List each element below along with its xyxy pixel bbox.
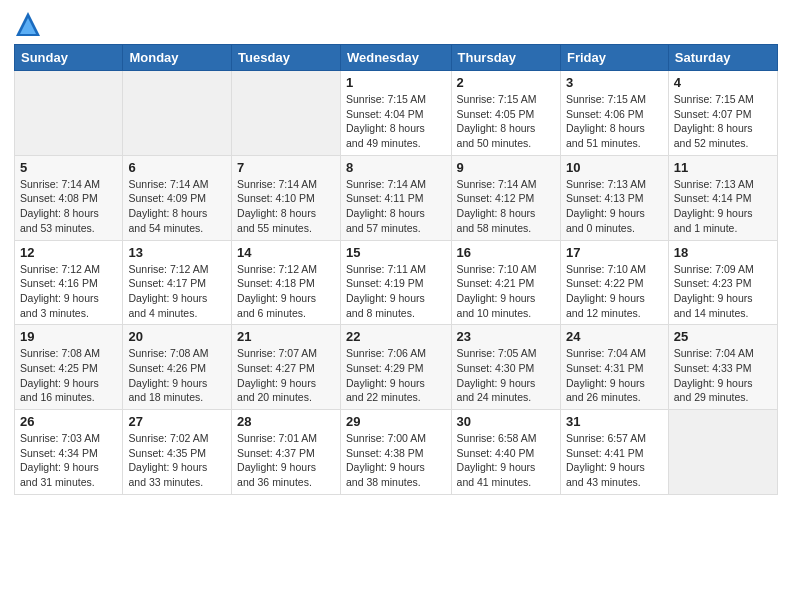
day-info: Sunrise: 7:08 AM Sunset: 4:26 PM Dayligh… <box>128 346 226 405</box>
day-info: Sunrise: 7:05 AM Sunset: 4:30 PM Dayligh… <box>457 346 555 405</box>
calendar-cell: 16Sunrise: 7:10 AM Sunset: 4:21 PM Dayli… <box>451 240 560 325</box>
calendar-cell: 5Sunrise: 7:14 AM Sunset: 4:08 PM Daylig… <box>15 155 123 240</box>
day-info: Sunrise: 7:10 AM Sunset: 4:22 PM Dayligh… <box>566 262 663 321</box>
day-info: Sunrise: 7:14 AM Sunset: 4:10 PM Dayligh… <box>237 177 335 236</box>
calendar-cell: 18Sunrise: 7:09 AM Sunset: 4:23 PM Dayli… <box>668 240 777 325</box>
day-number: 9 <box>457 160 555 175</box>
week-row-4: 19Sunrise: 7:08 AM Sunset: 4:25 PM Dayli… <box>15 325 778 410</box>
calendar-cell: 27Sunrise: 7:02 AM Sunset: 4:35 PM Dayli… <box>123 410 232 495</box>
calendar-cell: 9Sunrise: 7:14 AM Sunset: 4:12 PM Daylig… <box>451 155 560 240</box>
calendar-table: SundayMondayTuesdayWednesdayThursdayFrid… <box>14 44 778 495</box>
calendar-cell: 13Sunrise: 7:12 AM Sunset: 4:17 PM Dayli… <box>123 240 232 325</box>
page-container: SundayMondayTuesdayWednesdayThursdayFrid… <box>0 0 792 505</box>
calendar-cell <box>232 71 341 156</box>
calendar-cell: 29Sunrise: 7:00 AM Sunset: 4:38 PM Dayli… <box>340 410 451 495</box>
day-info: Sunrise: 7:14 AM Sunset: 4:11 PM Dayligh… <box>346 177 446 236</box>
calendar-cell: 26Sunrise: 7:03 AM Sunset: 4:34 PM Dayli… <box>15 410 123 495</box>
calendar-cell: 7Sunrise: 7:14 AM Sunset: 4:10 PM Daylig… <box>232 155 341 240</box>
calendar-cell: 12Sunrise: 7:12 AM Sunset: 4:16 PM Dayli… <box>15 240 123 325</box>
weekday-header-monday: Monday <box>123 45 232 71</box>
day-number: 10 <box>566 160 663 175</box>
day-info: Sunrise: 7:15 AM Sunset: 4:05 PM Dayligh… <box>457 92 555 151</box>
calendar-cell: 11Sunrise: 7:13 AM Sunset: 4:14 PM Dayli… <box>668 155 777 240</box>
day-info: Sunrise: 7:09 AM Sunset: 4:23 PM Dayligh… <box>674 262 772 321</box>
weekday-header-thursday: Thursday <box>451 45 560 71</box>
day-info: Sunrise: 7:14 AM Sunset: 4:08 PM Dayligh… <box>20 177 117 236</box>
day-number: 26 <box>20 414 117 429</box>
calendar-cell: 30Sunrise: 6:58 AM Sunset: 4:40 PM Dayli… <box>451 410 560 495</box>
calendar-cell: 19Sunrise: 7:08 AM Sunset: 4:25 PM Dayli… <box>15 325 123 410</box>
page-header <box>14 10 778 38</box>
day-number: 24 <box>566 329 663 344</box>
day-number: 31 <box>566 414 663 429</box>
calendar-cell <box>668 410 777 495</box>
day-number: 30 <box>457 414 555 429</box>
day-number: 18 <box>674 245 772 260</box>
day-info: Sunrise: 7:06 AM Sunset: 4:29 PM Dayligh… <box>346 346 446 405</box>
day-number: 17 <box>566 245 663 260</box>
calendar-cell: 2Sunrise: 7:15 AM Sunset: 4:05 PM Daylig… <box>451 71 560 156</box>
calendar-cell: 24Sunrise: 7:04 AM Sunset: 4:31 PM Dayli… <box>560 325 668 410</box>
day-info: Sunrise: 6:57 AM Sunset: 4:41 PM Dayligh… <box>566 431 663 490</box>
day-info: Sunrise: 7:08 AM Sunset: 4:25 PM Dayligh… <box>20 346 117 405</box>
week-row-2: 5Sunrise: 7:14 AM Sunset: 4:08 PM Daylig… <box>15 155 778 240</box>
logo <box>14 10 46 38</box>
day-number: 11 <box>674 160 772 175</box>
calendar-cell: 23Sunrise: 7:05 AM Sunset: 4:30 PM Dayli… <box>451 325 560 410</box>
calendar-cell: 6Sunrise: 7:14 AM Sunset: 4:09 PM Daylig… <box>123 155 232 240</box>
day-info: Sunrise: 7:12 AM Sunset: 4:17 PM Dayligh… <box>128 262 226 321</box>
calendar-cell: 25Sunrise: 7:04 AM Sunset: 4:33 PM Dayli… <box>668 325 777 410</box>
day-info: Sunrise: 7:10 AM Sunset: 4:21 PM Dayligh… <box>457 262 555 321</box>
calendar-cell: 17Sunrise: 7:10 AM Sunset: 4:22 PM Dayli… <box>560 240 668 325</box>
day-number: 13 <box>128 245 226 260</box>
day-number: 21 <box>237 329 335 344</box>
day-info: Sunrise: 7:03 AM Sunset: 4:34 PM Dayligh… <box>20 431 117 490</box>
day-number: 6 <box>128 160 226 175</box>
day-info: Sunrise: 7:13 AM Sunset: 4:13 PM Dayligh… <box>566 177 663 236</box>
day-number: 19 <box>20 329 117 344</box>
day-number: 22 <box>346 329 446 344</box>
day-number: 23 <box>457 329 555 344</box>
day-info: Sunrise: 7:11 AM Sunset: 4:19 PM Dayligh… <box>346 262 446 321</box>
calendar-cell <box>123 71 232 156</box>
day-info: Sunrise: 7:15 AM Sunset: 4:04 PM Dayligh… <box>346 92 446 151</box>
day-info: Sunrise: 7:14 AM Sunset: 4:12 PM Dayligh… <box>457 177 555 236</box>
weekday-header-wednesday: Wednesday <box>340 45 451 71</box>
day-info: Sunrise: 6:58 AM Sunset: 4:40 PM Dayligh… <box>457 431 555 490</box>
day-number: 5 <box>20 160 117 175</box>
weekday-header-sunday: Sunday <box>15 45 123 71</box>
weekday-header-friday: Friday <box>560 45 668 71</box>
day-info: Sunrise: 7:00 AM Sunset: 4:38 PM Dayligh… <box>346 431 446 490</box>
day-info: Sunrise: 7:15 AM Sunset: 4:07 PM Dayligh… <box>674 92 772 151</box>
calendar-cell: 4Sunrise: 7:15 AM Sunset: 4:07 PM Daylig… <box>668 71 777 156</box>
day-info: Sunrise: 7:07 AM Sunset: 4:27 PM Dayligh… <box>237 346 335 405</box>
calendar-cell: 8Sunrise: 7:14 AM Sunset: 4:11 PM Daylig… <box>340 155 451 240</box>
day-number: 1 <box>346 75 446 90</box>
day-number: 3 <box>566 75 663 90</box>
day-number: 28 <box>237 414 335 429</box>
calendar-cell: 10Sunrise: 7:13 AM Sunset: 4:13 PM Dayli… <box>560 155 668 240</box>
logo-icon <box>14 10 42 38</box>
day-number: 16 <box>457 245 555 260</box>
weekday-header-tuesday: Tuesday <box>232 45 341 71</box>
calendar-cell: 28Sunrise: 7:01 AM Sunset: 4:37 PM Dayli… <box>232 410 341 495</box>
day-info: Sunrise: 7:04 AM Sunset: 4:33 PM Dayligh… <box>674 346 772 405</box>
day-number: 7 <box>237 160 335 175</box>
day-number: 25 <box>674 329 772 344</box>
week-row-1: 1Sunrise: 7:15 AM Sunset: 4:04 PM Daylig… <box>15 71 778 156</box>
calendar-cell <box>15 71 123 156</box>
calendar-cell: 1Sunrise: 7:15 AM Sunset: 4:04 PM Daylig… <box>340 71 451 156</box>
day-info: Sunrise: 7:01 AM Sunset: 4:37 PM Dayligh… <box>237 431 335 490</box>
weekday-header-saturday: Saturday <box>668 45 777 71</box>
day-info: Sunrise: 7:13 AM Sunset: 4:14 PM Dayligh… <box>674 177 772 236</box>
day-info: Sunrise: 7:14 AM Sunset: 4:09 PM Dayligh… <box>128 177 226 236</box>
calendar-cell: 20Sunrise: 7:08 AM Sunset: 4:26 PM Dayli… <box>123 325 232 410</box>
week-row-5: 26Sunrise: 7:03 AM Sunset: 4:34 PM Dayli… <box>15 410 778 495</box>
day-info: Sunrise: 7:04 AM Sunset: 4:31 PM Dayligh… <box>566 346 663 405</box>
day-number: 15 <box>346 245 446 260</box>
day-number: 14 <box>237 245 335 260</box>
calendar-cell: 21Sunrise: 7:07 AM Sunset: 4:27 PM Dayli… <box>232 325 341 410</box>
day-number: 20 <box>128 329 226 344</box>
day-info: Sunrise: 7:15 AM Sunset: 4:06 PM Dayligh… <box>566 92 663 151</box>
day-number: 8 <box>346 160 446 175</box>
